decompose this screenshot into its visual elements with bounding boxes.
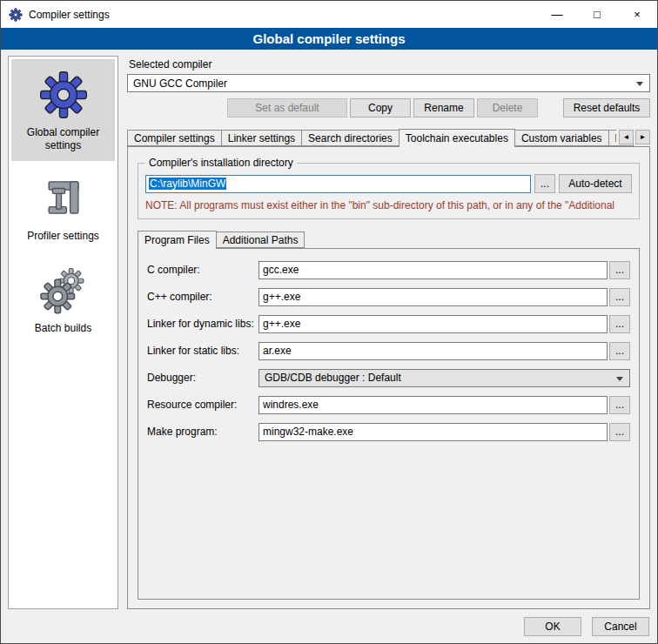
- compiler-settings-window: Compiler settings — □ × Global compiler …: [0, 0, 658, 644]
- installation-directory-input[interactable]: C:\raylib\MinGW: [145, 175, 531, 193]
- delete-button: Delete: [477, 98, 538, 117]
- field-row-resource-compiler: Resource compiler: ...: [147, 395, 630, 414]
- make-program-label: Make program:: [147, 426, 258, 438]
- compiler-actions: Set as default Copy Rename Delete Reset …: [127, 98, 650, 117]
- selected-compiler-label: Selected compiler: [129, 58, 650, 70]
- tab-scroll-left-button[interactable]: ◄: [619, 130, 634, 144]
- set-as-default-button: Set as default: [227, 98, 347, 117]
- cancel-button[interactable]: Cancel: [592, 617, 649, 636]
- sidebar: Global compiler settings Profiler set: [8, 56, 118, 609]
- profiler-settings-icon: [40, 177, 87, 224]
- close-button[interactable]: ×: [617, 1, 657, 28]
- field-row-static-linker: Linker for static libs: ...: [147, 341, 630, 360]
- settings-tab-strip: Compiler settings Linker settings Search…: [127, 128, 650, 146]
- program-files-tab-strip: Program Files Additional Paths: [138, 230, 640, 248]
- tab-scroll-right-button[interactable]: ►: [635, 130, 650, 144]
- tab-compiler-settings[interactable]: Compiler settings: [127, 130, 222, 146]
- sidebar-item-profiler-settings[interactable]: Profiler settings: [11, 166, 115, 252]
- tab-linker-settings[interactable]: Linker settings: [221, 130, 302, 146]
- minimize-button[interactable]: —: [537, 1, 577, 28]
- dynamic-linker-label: Linker for dynamic libs:: [147, 318, 258, 330]
- sidebar-item-label: Profiler settings: [27, 230, 99, 243]
- field-row-make-program: Make program: ...: [147, 422, 630, 441]
- dynamic-linker-input[interactable]: [258, 315, 608, 333]
- titlebar: Compiler settings — □ ×: [1, 1, 657, 28]
- ok-button[interactable]: OK: [524, 617, 581, 636]
- make-program-browse-button[interactable]: ...: [609, 423, 630, 441]
- sidebar-item-global-compiler-settings[interactable]: Global compiler settings: [11, 59, 115, 161]
- rename-button[interactable]: Rename: [413, 98, 474, 117]
- reset-defaults-button[interactable]: Reset defaults: [563, 98, 650, 117]
- installation-directory-value: C:\raylib\MinGW: [149, 178, 226, 190]
- dynamic-linker-browse-button[interactable]: ...: [609, 315, 630, 333]
- cpp-compiler-label: C++ compiler:: [147, 291, 258, 303]
- c-compiler-input[interactable]: [258, 261, 608, 279]
- static-linker-input[interactable]: [258, 342, 608, 360]
- tab-search-directories[interactable]: Search directories: [301, 130, 400, 146]
- dialog-header: Global compiler settings: [1, 28, 657, 50]
- subtab-additional-paths[interactable]: Additional Paths: [216, 231, 306, 248]
- cpp-compiler-browse-button[interactable]: ...: [609, 288, 630, 306]
- global-compiler-gear-icon: [38, 70, 89, 120]
- copy-button[interactable]: Copy: [350, 98, 411, 117]
- sidebar-item-label: Batch builds: [35, 322, 91, 335]
- cpp-compiler-input[interactable]: [258, 288, 608, 306]
- selected-compiler-value: GNU GCC Compiler: [133, 77, 227, 90]
- batch-builds-gears-icon: [39, 267, 88, 316]
- window-title: Compiler settings: [29, 9, 110, 21]
- installation-directory-browse-button[interactable]: ...: [534, 174, 555, 193]
- field-row-cpp-compiler: C++ compiler: ...: [147, 287, 630, 306]
- subtab-program-files[interactable]: Program Files: [138, 231, 217, 249]
- debugger-value: GDB/CDB debugger : Default: [265, 372, 401, 384]
- dialog-footer: OK Cancel: [1, 609, 657, 643]
- chevron-down-icon: [616, 377, 623, 381]
- make-program-input[interactable]: [258, 423, 608, 441]
- sidebar-item-batch-builds[interactable]: Batch builds: [11, 257, 115, 344]
- installation-directory-group: Compiler's installation directory C:\ray…: [138, 157, 640, 219]
- resource-compiler-browse-button[interactable]: ...: [609, 396, 630, 414]
- sidebar-item-label: Global compiler settings: [14, 126, 112, 152]
- c-compiler-label: C compiler:: [147, 264, 258, 276]
- install-note: NOTE: All programs must exist either in …: [145, 199, 632, 211]
- debugger-label: Debugger:: [147, 372, 258, 384]
- field-row-debugger: Debugger: GDB/CDB debugger : Default: [147, 368, 630, 387]
- c-compiler-browse-button[interactable]: ...: [609, 261, 630, 279]
- selected-compiler-select[interactable]: GNU GCC Compiler: [127, 74, 650, 92]
- tab-toolchain-executables[interactable]: Toolchain executables: [399, 129, 515, 147]
- chevron-down-icon: [636, 82, 643, 86]
- resource-compiler-label: Resource compiler:: [147, 399, 258, 411]
- tab-custom-variables[interactable]: Custom variables: [514, 130, 609, 146]
- field-row-c-compiler: C compiler: ...: [147, 260, 630, 279]
- app-icon: [9, 8, 23, 22]
- resource-compiler-input[interactable]: [258, 396, 608, 414]
- main-panel: Selected compiler GNU GCC Compiler Set a…: [127, 56, 650, 609]
- program-files-panel: C compiler: ... C++ compiler: ... Linker…: [138, 248, 640, 600]
- installation-directory-legend: Compiler's installation directory: [145, 157, 297, 169]
- debugger-select[interactable]: GDB/CDB debugger : Default: [258, 369, 630, 387]
- maximize-button[interactable]: □: [577, 1, 617, 28]
- field-row-dynamic-linker: Linker for dynamic libs: ...: [147, 314, 630, 333]
- auto-detect-button[interactable]: Auto-detect: [559, 174, 632, 193]
- tab-scroll-buttons: ◄ ►: [616, 130, 650, 144]
- static-linker-label: Linker for static libs:: [147, 345, 258, 357]
- static-linker-browse-button[interactable]: ...: [609, 342, 630, 360]
- toolchain-executables-panel: Compiler's installation directory C:\ray…: [127, 146, 650, 609]
